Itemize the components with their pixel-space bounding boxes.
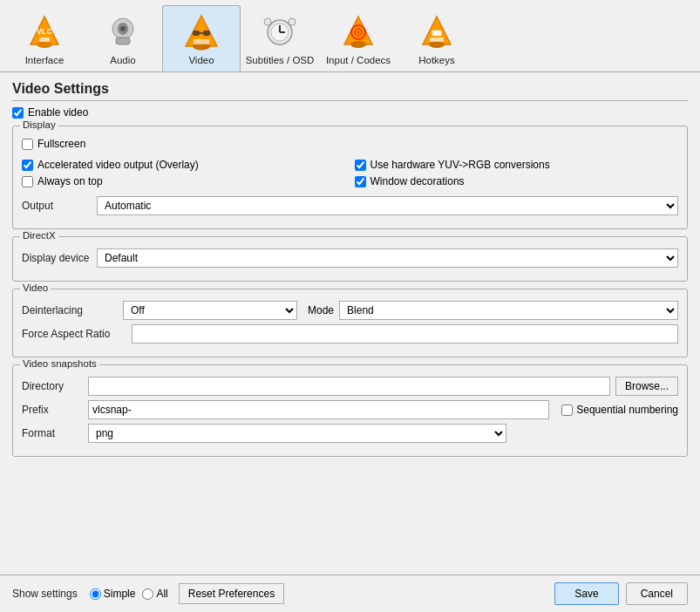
deinterlacing-row: Deinterlacing Off Mode Blend — [22, 301, 678, 320]
format-label: Format — [22, 427, 83, 439]
prefix-label: Prefix — [22, 404, 83, 416]
enable-video-row: Enable video — [12, 106, 688, 119]
svg-point-21 — [350, 41, 366, 48]
svg-point-7 — [120, 26, 126, 31]
display-group-title: Display — [20, 119, 58, 130]
svg-text:⌨: ⌨ — [432, 30, 442, 37]
all-radio[interactable] — [142, 588, 153, 600]
deinterlacing-select[interactable]: Off — [123, 301, 297, 320]
browse-button[interactable]: Browse... — [615, 377, 678, 396]
input-icon — [337, 11, 379, 53]
show-settings-label: Show settings — [12, 588, 78, 600]
accelerated-checkbox[interactable] — [22, 160, 33, 171]
enable-video-checkbox[interactable] — [12, 107, 24, 119]
fullscreen-row: Fullscreen — [22, 138, 678, 150]
hotkeys-icon: ⌨ — [416, 11, 458, 53]
sequential-group: Sequential numbering — [561, 404, 678, 416]
interface-icon: VLC — [24, 11, 65, 53]
prefix-input[interactable] — [88, 400, 549, 419]
display-device-select[interactable]: Default — [97, 248, 678, 268]
svg-rect-10 — [194, 39, 209, 44]
svg-point-1 — [37, 41, 52, 48]
tab-interface-label: Interface — [25, 55, 65, 65]
svg-point-26 — [429, 41, 445, 48]
display-device-label: Display device — [22, 252, 92, 264]
svg-rect-27 — [430, 37, 444, 42]
video-group: Video Deinterlacing Off Mode Blend Force… — [12, 289, 688, 357]
snapshots-group-title: Video snapshots — [20, 358, 99, 369]
force-aspect-ratio-label: Force Aspect Ratio — [22, 328, 126, 340]
directx-group-content: Display device Default — [22, 248, 678, 268]
simple-radio[interactable] — [90, 588, 101, 600]
accelerated-label: Accelerated video output (Overlay) — [37, 159, 199, 171]
directx-group-title: DirectX — [20, 230, 58, 241]
page-title: Video Settings — [12, 81, 688, 101]
svg-rect-2 — [39, 37, 50, 42]
display-group-content: Fullscreen Accelerated video output (Ove… — [22, 138, 678, 215]
simple-radio-label[interactable]: Simple — [90, 588, 136, 600]
display-device-row: Display device Default — [22, 248, 678, 268]
always-on-top-checkbox[interactable] — [22, 176, 33, 187]
video-icon — [180, 11, 222, 53]
tab-video[interactable]: Video — [162, 5, 241, 71]
always-on-top-label: Always on top — [37, 175, 103, 187]
main-container: VLC Interface Audio — [0, 0, 700, 612]
footer: Show settings Simple All Reset Preferenc… — [0, 575, 700, 612]
directory-input[interactable] — [88, 377, 610, 396]
simple-label: Simple — [104, 588, 136, 600]
subtitles-icon — [259, 11, 301, 53]
window-decorations-checkbox[interactable] — [355, 176, 366, 187]
output-row: Output Automatic — [22, 196, 678, 215]
audio-icon — [102, 11, 144, 53]
sequential-checkbox[interactable] — [561, 405, 573, 416]
display-col-left: Accelerated video output (Overlay) Alway… — [22, 154, 346, 192]
content-area: Video Settings Enable video Display Full… — [0, 72, 700, 575]
reset-preferences-button[interactable]: Reset Preferences — [179, 583, 284, 604]
cancel-button[interactable]: Cancel — [626, 582, 688, 605]
tab-hotkeys[interactable]: ⌨ Hotkeys — [398, 5, 476, 71]
svg-point-19 — [289, 18, 296, 25]
svg-rect-6 — [116, 37, 130, 44]
window-decorations-row: Window decorations — [355, 175, 679, 187]
svg-rect-12 — [203, 31, 210, 36]
mode-select[interactable]: Blend — [339, 301, 678, 320]
directx-group: DirectX Display device Default — [12, 236, 688, 282]
output-label: Output — [22, 200, 92, 212]
tab-subtitles[interactable]: Subtitles / OSD — [241, 5, 319, 71]
output-select[interactable]: Automatic — [97, 196, 678, 215]
snapshots-group: Video snapshots Directory Browse... Pref… — [12, 364, 688, 457]
tab-audio[interactable]: Audio — [84, 5, 162, 71]
svg-rect-11 — [193, 31, 200, 36]
deinterlacing-label: Deinterlacing — [22, 304, 118, 316]
use-hardware-yuv-checkbox[interactable] — [355, 160, 366, 171]
accelerated-row: Accelerated video output (Overlay) — [22, 159, 346, 171]
video-group-title: Video — [20, 282, 51, 293]
display-col-right: Use hardware YUV->RGB conversions Window… — [355, 154, 679, 192]
svg-point-18 — [264, 18, 271, 25]
window-decorations-label: Window decorations — [370, 175, 465, 187]
tab-bar: VLC Interface Audio — [0, 0, 700, 72]
directory-label: Directory — [22, 380, 83, 392]
save-button[interactable]: Save — [554, 582, 618, 605]
tab-input[interactable]: Input / Codecs — [319, 5, 398, 71]
display-two-col: Accelerated video output (Overlay) Alway… — [22, 154, 678, 192]
mode-label: Mode — [308, 304, 334, 316]
all-label: All — [156, 588, 167, 600]
tab-input-label: Input / Codecs — [326, 55, 391, 65]
radio-group: Simple All — [90, 588, 168, 600]
display-group: Display Fullscreen Accelerated video out… — [12, 126, 688, 229]
svg-marker-20 — [344, 17, 372, 44]
all-radio-label[interactable]: All — [142, 588, 167, 600]
fullscreen-checkbox[interactable] — [22, 139, 33, 150]
tab-hotkeys-label: Hotkeys — [418, 55, 455, 65]
svg-text:VLC: VLC — [37, 27, 53, 36]
snapshots-group-content: Directory Browse... Prefix Sequential nu… — [22, 377, 678, 443]
directory-row: Directory Browse... — [22, 377, 678, 396]
force-aspect-ratio-input[interactable] — [132, 324, 678, 343]
video-group-content: Deinterlacing Off Mode Blend Force Aspec… — [22, 301, 678, 343]
format-select[interactable]: png — [88, 424, 506, 443]
tab-audio-label: Audio — [110, 55, 135, 65]
prefix-row: Prefix Sequential numbering — [22, 400, 678, 419]
use-hardware-yuv-row: Use hardware YUV->RGB conversions — [355, 159, 679, 171]
tab-interface[interactable]: VLC Interface — [5, 5, 84, 71]
